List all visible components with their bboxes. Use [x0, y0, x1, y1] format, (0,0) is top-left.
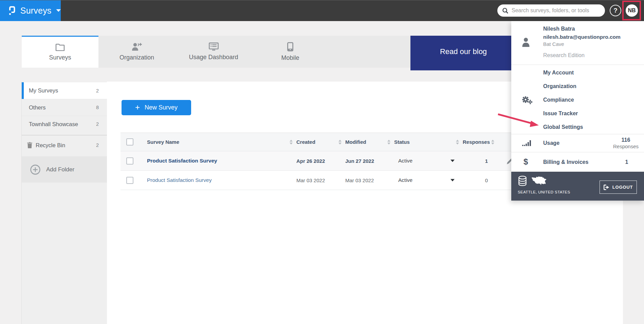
sort-icon[interactable] — [456, 139, 459, 144]
avatar-button[interactable]: NB — [626, 4, 638, 17]
chevron-down-icon — [56, 9, 61, 12]
datacenter-icons — [518, 176, 547, 186]
status-value: Active — [392, 158, 412, 164]
new-survey-label: New Survey — [145, 104, 178, 111]
add-folder-label: Add Folder — [46, 166, 74, 173]
sidebar-item-townhall-showcase[interactable]: Townhall Showcase 2 — [22, 116, 107, 132]
folder-count: 2 — [96, 88, 99, 93]
sort-icon[interactable] — [289, 139, 293, 144]
help-button[interactable]: ? — [610, 5, 621, 16]
database-icon — [518, 176, 527, 186]
sort-icon[interactable] — [387, 139, 391, 144]
dollar-icon: $ — [523, 157, 528, 167]
user-organization: Bat Cave — [543, 41, 564, 47]
menu-item-global-settings[interactable]: Global Settings — [511, 120, 644, 134]
billing-value: 1 — [615, 159, 639, 165]
menu-item-label: My Account — [543, 70, 574, 76]
tab-mobile[interactable]: Mobile — [252, 36, 329, 68]
license-edition: Research Edition — [543, 52, 585, 58]
folder-label: My Surveys — [29, 87, 58, 94]
smartphone-icon — [287, 42, 293, 51]
user-icon — [521, 37, 530, 47]
tab-label: Organization — [119, 54, 154, 61]
user-profile-summary: Nilesh Batra nilesh.batra@questionpro.co… — [511, 21, 644, 65]
user-email: nilesh.batra@questionpro.com — [543, 34, 621, 40]
search-icon — [502, 7, 509, 14]
menu-item-organization[interactable]: Organization — [511, 80, 644, 93]
person-add-icon — [131, 42, 142, 51]
folder-label: Recycle Bin — [36, 142, 65, 149]
add-folder-button[interactable]: Add Folder — [22, 156, 107, 183]
row-checkbox[interactable] — [126, 177, 133, 184]
global-search — [497, 4, 605, 17]
usa-map-icon — [531, 176, 547, 186]
read-our-blog-banner[interactable]: Read our blog — [410, 36, 516, 70]
usage-unit: Responses — [613, 143, 639, 149]
search-input[interactable] — [512, 7, 596, 14]
billing-label: Billing & Invoices — [543, 159, 588, 165]
menu-item-billing-invoices[interactable]: $ Billing & Invoices 1 — [511, 152, 644, 172]
usage-label: Usage — [543, 140, 559, 146]
menu-item-issue-tracker[interactable]: Issue Tracker — [511, 107, 644, 120]
dashboard-icon — [209, 42, 219, 51]
tab-label: Surveys — [49, 54, 71, 61]
column-header-created[interactable]: Created — [296, 139, 315, 145]
folder-count: 2 — [96, 121, 99, 127]
folder-count: 2 — [96, 142, 99, 148]
menu-item-label: Organization — [543, 83, 576, 89]
plus-icon: + — [135, 103, 140, 112]
sort-icon[interactable] — [491, 139, 495, 144]
trash-icon — [27, 142, 32, 148]
folder-count: 8 — [96, 105, 99, 110]
folder-label: Townhall Showcase — [29, 121, 78, 127]
sidebar-item-others[interactable]: Others 8 — [22, 99, 107, 116]
sidebar-item-my-surveys[interactable]: My Surveys 2 — [22, 82, 107, 99]
datacenter-location: SEATTLE, UNITED STATES — [518, 190, 570, 194]
tab-surveys[interactable]: Surveys — [22, 36, 98, 68]
modified-date: Jun 27 2022 — [345, 158, 374, 164]
sidebar-item-recycle-bin[interactable]: Recycle Bin 2 — [22, 135, 107, 155]
folder-icon — [55, 44, 65, 51]
row-checkbox[interactable] — [126, 157, 133, 165]
select-all-checkbox[interactable] — [126, 138, 133, 146]
responses-count: 1 — [485, 158, 488, 164]
logout-icon — [604, 185, 609, 190]
column-header-responses[interactable]: Responses — [463, 139, 490, 145]
sort-icon[interactable] — [338, 139, 342, 144]
plus-circle-icon — [30, 165, 40, 175]
questionpro-logo-icon — [9, 5, 15, 16]
user-name: Nilesh Batra — [543, 26, 575, 32]
survey-name-link[interactable]: Product Satisfaction Survey — [147, 158, 217, 164]
usage-value: 116 — [613, 137, 639, 143]
menu-item-label: Compliance — [543, 97, 574, 103]
status-dropdown-caret-icon[interactable] — [450, 160, 455, 162]
modified-date: Mar 03 2022 — [345, 177, 374, 183]
product-switcher-label: Surveys — [20, 6, 52, 16]
column-header-survey-name[interactable]: Survey Name — [147, 139, 179, 145]
logout-button[interactable]: LOGOUT — [600, 181, 637, 194]
column-header-status[interactable]: Status — [394, 139, 410, 145]
top-bar: Surveys ? NB — [0, 0, 644, 21]
user-menu-items: My Account Organization Compliance Issue… — [511, 65, 644, 134]
product-switcher[interactable]: Surveys — [0, 0, 61, 21]
status-dropdown-caret-icon[interactable] — [450, 179, 455, 182]
usage-value-block: 116 Responses — [613, 137, 639, 149]
tab-organization[interactable]: Organization — [98, 36, 175, 68]
menu-item-my-account[interactable]: My Account — [511, 66, 644, 80]
status-value: Active — [392, 177, 412, 183]
column-header-modified[interactable]: Modified — [345, 139, 366, 145]
tab-label: Usage Dashboard — [189, 54, 238, 61]
responses-count: 0 — [485, 177, 488, 183]
questionpro-dashboard: Surveys ? NB Surveys Organization Usage … — [0, 0, 644, 324]
user-dropdown-menu: Nilesh Batra nilesh.batra@questionpro.co… — [511, 21, 644, 201]
tab-usage-dashboard[interactable]: Usage Dashboard — [175, 36, 252, 68]
menu-item-label: Global Settings — [543, 124, 583, 130]
menu-item-label: Issue Tracker — [543, 110, 578, 117]
new-survey-button[interactable]: + New Survey — [122, 100, 191, 115]
survey-name-link[interactable]: Product Satisfaction Survey — [147, 177, 211, 183]
menu-item-usage[interactable]: Usage 116 Responses — [511, 134, 644, 152]
gears-icon — [521, 95, 533, 105]
tab-label: Mobile — [281, 54, 299, 62]
user-menu-footer: SEATTLE, UNITED STATES LOGOUT — [511, 172, 644, 201]
folders-sidebar: My Surveys 2 Others 8 Townhall Showcase … — [22, 82, 107, 324]
